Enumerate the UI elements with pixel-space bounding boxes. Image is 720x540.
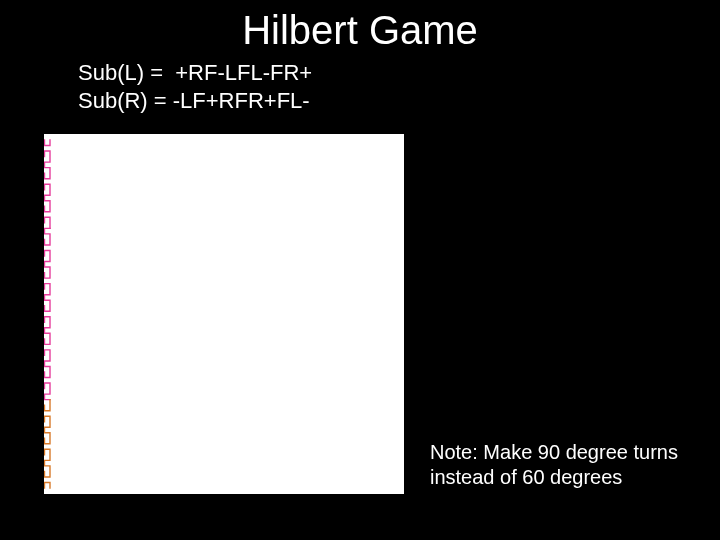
rule-L: Sub(L) = +RF-LFL-FR+ — [78, 59, 720, 87]
page-title: Hilbert Game — [0, 0, 720, 59]
note-text: Note: Make 90 degree turns instead of 60… — [430, 440, 700, 490]
hilbert-curve-figure — [44, 134, 404, 494]
rule-R: Sub(R) = -LF+RFR+FL- — [78, 87, 720, 115]
hilbert-segment — [44, 140, 50, 228]
hilbert-segment — [44, 400, 50, 488]
hilbert-segment — [44, 311, 50, 399]
hilbert-curve-svg — [44, 134, 404, 494]
substitution-rules: Sub(L) = +RF-LFL-FR+ Sub(R) = -LF+RFR+FL… — [0, 59, 720, 124]
hilbert-segment — [44, 228, 50, 311]
